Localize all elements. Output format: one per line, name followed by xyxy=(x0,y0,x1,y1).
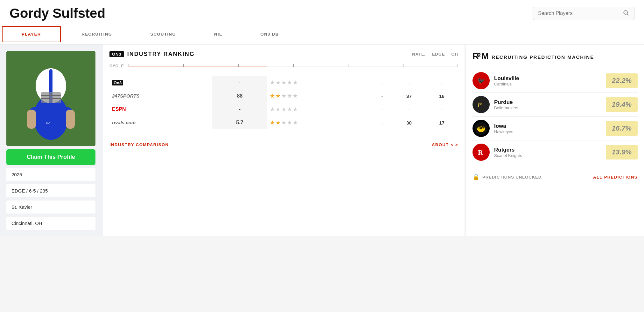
table-row: rivals.com 5.7 ★ ★ ★ ★ ★ - 30 1 xyxy=(109,116,458,129)
rpm-row-louisville: 🐦‍⬛ Louisville Cardinals 22.2% xyxy=(472,69,638,93)
on3-badge: ON3 xyxy=(109,51,124,57)
player-school: St. Xavier xyxy=(6,200,95,214)
iowa-name: Iowa xyxy=(494,123,601,129)
svg-text:M: M xyxy=(481,51,488,61)
rivals-source-logo: rivals.com xyxy=(112,120,136,125)
louisville-mascot: Cardinals xyxy=(494,82,601,86)
rivals-stars: ★ ★ ★ ★ ★ xyxy=(270,119,369,126)
svg-rect-7 xyxy=(41,95,61,96)
player-photo: UA xyxy=(6,51,95,146)
purdue-pct: 19.4% xyxy=(606,97,638,112)
espn-stars: ★ ★ ★ ★ ★ xyxy=(270,106,369,113)
table-row: On3 - ★ ★ ★ ★ ★ - - - xyxy=(109,76,458,89)
search-box[interactable] xyxy=(533,7,634,20)
about-link[interactable]: ABOUT < > xyxy=(432,142,458,147)
svg-rect-11 xyxy=(27,110,36,129)
predictions-unlocked: 🔓 PREDICTIONS UNLOCKED xyxy=(472,173,542,180)
claim-profile-button[interactable]: Claim This Profile xyxy=(6,149,95,165)
svg-point-0 xyxy=(624,10,627,14)
cycle-label: CYCLE xyxy=(109,64,125,68)
purdue-name: Purdue xyxy=(494,99,601,105)
iowa-logo xyxy=(472,120,490,137)
rpm-logo: R 2 M xyxy=(472,51,488,63)
247-score: 88 xyxy=(212,89,267,103)
rpm-row-iowa: Iowa Hawkeyes 16.7% xyxy=(472,117,638,140)
purdue-logo: P xyxy=(472,96,490,113)
louisville-pct: 22.2% xyxy=(606,73,638,88)
right-panel: R 2 M RECRUITING PREDICTION MACHINE 🐦‍⬛ … xyxy=(466,44,644,236)
svg-line-1 xyxy=(627,14,629,16)
svg-text:UA: UA xyxy=(46,121,50,125)
svg-text:🐦‍⬛: 🐦‍⬛ xyxy=(477,77,485,85)
iowa-mascot: Hawkeyes xyxy=(494,129,601,134)
rutgers-mascot: Scarlet Knights xyxy=(494,153,601,158)
tab-recruiting[interactable]: RECRUITING xyxy=(63,24,131,44)
iowa-pct: 16.7% xyxy=(606,121,638,136)
svg-rect-12 xyxy=(66,110,75,129)
rpm-row-purdue: P Purdue Boilermakers 19.4% xyxy=(472,93,638,117)
player-position: EDGE / 6-5 / 235 xyxy=(6,184,95,197)
ranking-table: On3 - ★ ★ ★ ★ ★ - - - xyxy=(109,76,458,129)
louisville-logo: 🐦‍⬛ xyxy=(472,72,490,89)
svg-text:R: R xyxy=(478,148,483,156)
on3-source-logo: On3 xyxy=(112,80,123,85)
espn-source-logo: ESPN xyxy=(112,106,126,112)
oh-label: OH xyxy=(452,52,458,57)
svg-point-28 xyxy=(482,127,483,128)
edge-label: EDGE xyxy=(432,52,445,57)
bottom-links: INDUSTRY COMPARISON ABOUT < > xyxy=(109,139,458,147)
tabs-bar: PLAYER RECRUITING SCOUTING NIL ON3 DB xyxy=(0,24,644,44)
purdue-mascot: Boilermakers xyxy=(494,105,601,110)
all-predictions-link[interactable]: ALL PREDICTIONS xyxy=(593,175,638,180)
natl-label: NATL. xyxy=(412,52,425,57)
on3-stars: ★ ★ ★ ★ ★ xyxy=(270,79,369,86)
top-bar: Gordy Sulfsted xyxy=(0,0,644,24)
cycle-bar xyxy=(129,65,458,67)
svg-point-27 xyxy=(480,127,480,128)
247sports-source-logo: 247SPORTS xyxy=(112,93,139,98)
rpm-title: RECRUITING PREDICTION MACHINE xyxy=(492,54,594,60)
center-panel: ON3 INDUSTRY RANKING NATL. EDGE OH CYCLE xyxy=(103,44,465,236)
rivals-score: 5.7 xyxy=(212,116,267,129)
svg-rect-6 xyxy=(41,92,61,103)
espn-score: - xyxy=(212,103,267,116)
tab-on3db[interactable]: ON3 DB xyxy=(242,24,298,44)
rutgers-name: Rutgers xyxy=(494,147,601,153)
svg-rect-8 xyxy=(41,98,61,99)
rutgers-pct: 13.9% xyxy=(606,145,638,159)
player-location: Cincinnati, OH xyxy=(6,217,95,230)
tab-player[interactable]: PLAYER xyxy=(2,26,61,42)
search-icon xyxy=(623,10,629,17)
rpm-row-rutgers: R Rutgers Scarlet Knights 13.9% xyxy=(472,140,638,164)
on3-score: - xyxy=(212,76,267,89)
predictions-footer: 🔓 PREDICTIONS UNLOCKED ALL PREDICTIONS xyxy=(472,170,638,180)
rutgers-logo: R xyxy=(472,144,490,161)
svg-text:P: P xyxy=(477,101,482,109)
louisville-info: Louisville Cardinals xyxy=(494,75,601,86)
table-row: 247SPORTS 88 ★ ★ ★ ★ ★ - 37 16 xyxy=(109,89,458,103)
svg-point-22 xyxy=(477,126,485,132)
about-arrows: < > xyxy=(451,142,458,147)
industry-comparison-link[interactable]: INDUSTRY COMPARISON xyxy=(109,142,169,147)
unlocked-label: PREDICTIONS UNLOCKED xyxy=(482,175,542,180)
lock-icon: 🔓 xyxy=(472,173,480,180)
search-input[interactable] xyxy=(538,10,623,16)
tab-scouting[interactable]: SCOUTING xyxy=(131,24,195,44)
svg-text:2: 2 xyxy=(478,52,481,58)
ranking-section-title: INDUSTRY RANKING xyxy=(127,51,195,58)
table-row: ESPN - ★ ★ ★ ★ ★ - - - xyxy=(109,103,458,116)
about-label: ABOUT xyxy=(432,142,449,147)
ranking-header: ON3 INDUSTRY RANKING NATL. EDGE OH xyxy=(109,51,458,58)
cycle-row: CYCLE xyxy=(109,64,458,68)
left-panel: UA Claim This Profile 2025 EDGE / 6-5 / … xyxy=(0,44,102,236)
purdue-info: Purdue Boilermakers xyxy=(494,99,601,110)
247-stars: ★ ★ ★ ★ ★ xyxy=(270,92,369,99)
iowa-info: Iowa Hawkeyes xyxy=(494,123,601,134)
rpm-header: R 2 M RECRUITING PREDICTION MACHINE xyxy=(472,51,638,63)
main-content: UA Claim This Profile 2025 EDGE / 6-5 / … xyxy=(0,44,644,236)
ranking-columns: NATL. EDGE OH xyxy=(412,52,458,57)
player-name: Gordy Sulfsted xyxy=(10,6,105,21)
rutgers-info: Rutgers Scarlet Knights xyxy=(494,147,601,158)
player-year: 2025 xyxy=(6,168,95,181)
tab-nil[interactable]: NIL xyxy=(195,24,241,44)
